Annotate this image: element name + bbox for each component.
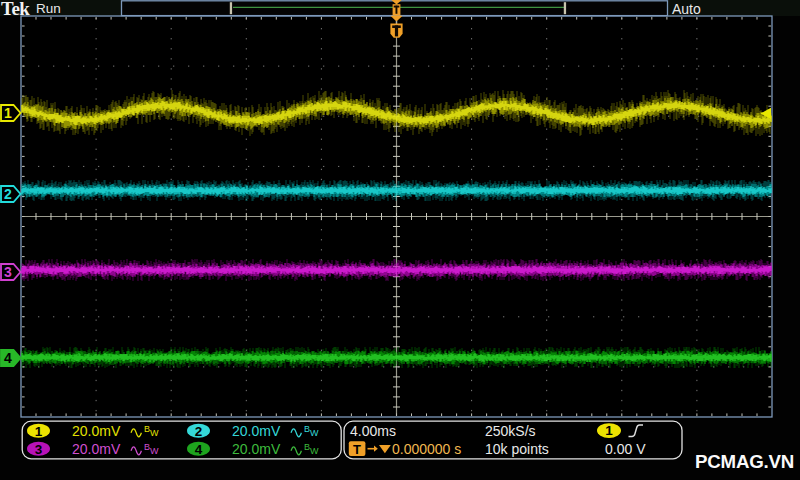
svg-text:W: W (310, 428, 319, 438)
svg-text:10k points: 10k points (485, 441, 549, 457)
svg-text:W: W (310, 446, 319, 456)
svg-text:20.0mV: 20.0mV (72, 423, 121, 439)
svg-text:20.0mV: 20.0mV (232, 441, 281, 457)
svg-text:1: 1 (4, 105, 12, 121)
svg-text:Tek: Tek (1, 0, 30, 19)
svg-text:T: T (353, 442, 361, 457)
svg-text:20.0mV: 20.0mV (72, 441, 121, 457)
svg-text:Run: Run (36, 1, 61, 16)
svg-text:W: W (150, 428, 159, 438)
svg-text:3: 3 (35, 442, 43, 457)
svg-text:0.000000 s: 0.000000 s (392, 441, 461, 457)
svg-text:4: 4 (195, 442, 203, 457)
svg-text:4.00ms: 4.00ms (350, 423, 396, 439)
svg-text:250kS/s: 250kS/s (485, 423, 536, 439)
svg-text:20.0mV: 20.0mV (232, 423, 281, 439)
svg-text:1: 1 (35, 424, 43, 439)
svg-text:3: 3 (4, 264, 12, 280)
svg-text:1: 1 (605, 423, 613, 438)
svg-text:W: W (150, 446, 159, 456)
svg-text:0.00 V: 0.00 V (605, 441, 646, 457)
svg-text:2: 2 (195, 424, 203, 439)
svg-text:PCMAG.VN: PCMAG.VN (695, 451, 794, 472)
svg-text:2: 2 (4, 186, 12, 202)
svg-text:4: 4 (4, 350, 12, 366)
svg-text:Auto: Auto (672, 1, 701, 17)
